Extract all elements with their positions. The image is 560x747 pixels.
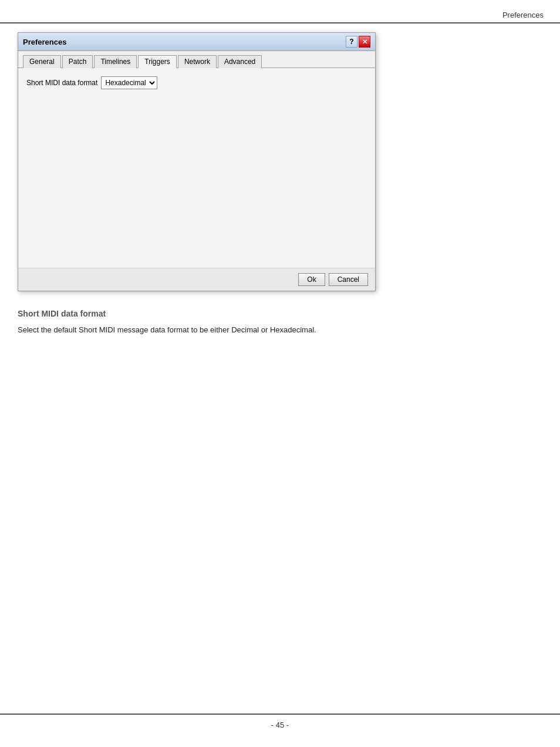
- midi-format-label: Short MIDI data format: [26, 79, 97, 87]
- form-row-midi: Short MIDI data format Hexadecimal Decim…: [26, 76, 367, 89]
- tab-advanced[interactable]: Advanced: [218, 55, 262, 68]
- dialog-body: Short MIDI data format Hexadecimal Decim…: [18, 68, 375, 268]
- content-area: Preferences ? ✕ General Patch Timelines …: [18, 32, 542, 337]
- tab-network[interactable]: Network: [178, 55, 217, 68]
- page-number: - 45 -: [271, 721, 289, 729]
- tab-general[interactable]: General: [23, 55, 61, 68]
- tab-patch[interactable]: Patch: [62, 55, 93, 68]
- dialog-title: Preferences: [23, 38, 66, 46]
- tab-triggers[interactable]: Triggers: [138, 55, 177, 68]
- midi-format-select[interactable]: Hexadecimal Decimal: [101, 76, 157, 89]
- ok-button[interactable]: Ok: [298, 273, 325, 286]
- tab-bar: General Patch Timelines Triggers Network…: [18, 51, 375, 68]
- close-button[interactable]: ✕: [359, 36, 370, 48]
- section-title: Short MIDI data format: [18, 309, 542, 318]
- bottom-rule: [0, 714, 560, 715]
- top-rule: [0, 22, 560, 23]
- dialog-controls: ? ✕: [346, 36, 370, 48]
- dialog-footer: Ok Cancel: [18, 268, 375, 291]
- cancel-button[interactable]: Cancel: [329, 273, 368, 286]
- tab-timelines[interactable]: Timelines: [94, 55, 137, 68]
- preferences-dialog: Preferences ? ✕ General Patch Timelines …: [18, 32, 376, 291]
- dialog-titlebar: Preferences ? ✕: [18, 33, 375, 51]
- help-button[interactable]: ?: [346, 36, 357, 48]
- page-header-label: Preferences: [502, 11, 544, 19]
- section-description: Select the default Short MIDI message da…: [18, 324, 542, 337]
